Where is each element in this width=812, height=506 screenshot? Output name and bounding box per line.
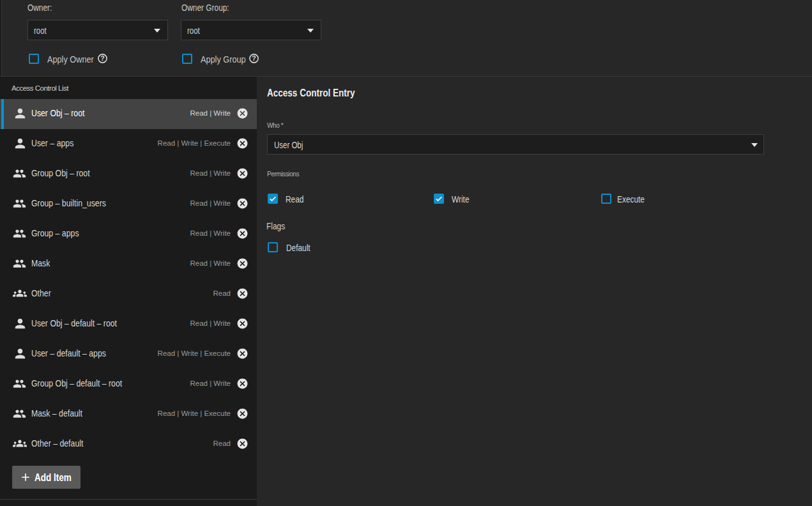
svg-text:?: ?: [100, 54, 104, 62]
svg-text:?: ?: [252, 54, 256, 62]
